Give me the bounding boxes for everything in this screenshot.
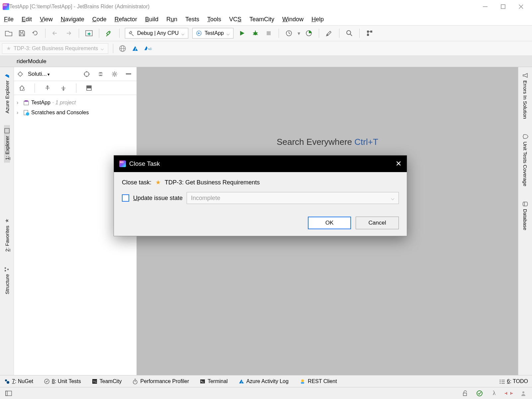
tree-node-scratches[interactable]: › Scratches and Consoles (15, 108, 135, 118)
right-tab-errors[interactable]: Errors In Solution (522, 70, 528, 122)
tree-node-label: TestApp (31, 100, 50, 106)
menu-navigate[interactable]: Navigate (61, 16, 84, 23)
gear-icon[interactable] (110, 69, 119, 79)
expand-all-icon[interactable] (43, 83, 52, 93)
menu-help[interactable]: Help (311, 16, 324, 23)
svg-point-28 (84, 72, 89, 76)
menu-refactor[interactable]: Refactor (115, 16, 137, 23)
menu-vcs[interactable]: VCS (229, 16, 241, 23)
tree-node-project[interactable]: › TestApp · 1 project (15, 98, 135, 108)
update-issue-state-label[interactable]: Update issue state (133, 195, 183, 202)
window-title: TestApp [C:\temp\TestApp] - JetBrains Ri… (9, 4, 482, 10)
svg-rect-18 (370, 31, 372, 33)
globe-icon[interactable] (118, 44, 127, 53)
refresh-icon[interactable] (31, 29, 40, 38)
ok-button[interactable]: OK (308, 217, 351, 229)
dialog-close-icon[interactable]: ✕ (396, 159, 401, 168)
inspections-icon[interactable] (475, 389, 484, 398)
azure-code-icon[interactable]: </> (143, 44, 152, 53)
dialog-title-bar[interactable]: Close Task ✕ (114, 155, 407, 172)
bottom-tab-unittests[interactable]: 8: Unit Tests (44, 378, 81, 384)
project-icon (23, 100, 29, 106)
menu-run[interactable]: Run (166, 16, 177, 23)
menu-view[interactable]: View (40, 16, 53, 23)
bottom-tab-nuget[interactable]: 7: NuGet (4, 378, 33, 384)
menu-code[interactable]: Code (92, 16, 107, 23)
search-icon[interactable] (345, 29, 354, 38)
update-issue-state-checkbox[interactable] (122, 194, 129, 202)
debug-icon[interactable] (251, 29, 260, 38)
menu-window[interactable]: Window (282, 16, 304, 23)
svg-text:</>: </> (148, 47, 152, 51)
build-icon[interactable] (105, 29, 114, 38)
open-icon[interactable] (4, 29, 13, 38)
back-icon[interactable] (51, 29, 60, 38)
cancel-button[interactable]: Cancel (356, 217, 399, 229)
close-task-label: Close task: (122, 179, 151, 186)
home-icon[interactable] (17, 83, 27, 93)
bottom-tab-azurelog[interactable]: Azure Activity Log (238, 378, 289, 384)
collapse-all-icon[interactable] (59, 83, 68, 93)
menu-tests[interactable]: Tests (185, 16, 199, 23)
svg-line-11 (257, 34, 258, 35)
person-icon[interactable] (519, 389, 528, 398)
target-icon[interactable] (82, 69, 91, 79)
issue-state-select[interactable]: Incomplete ⌵ (187, 192, 399, 204)
menu-teamcity[interactable]: TeamCity (249, 16, 274, 23)
profile-icon[interactable] (284, 29, 294, 38)
stop-icon[interactable] (264, 29, 273, 38)
svg-rect-52 (301, 382, 304, 384)
svg-text:TC: TC (93, 380, 97, 383)
app-icon (119, 160, 126, 167)
select-in-icon[interactable] (84, 29, 94, 38)
toolwindows-icon[interactable] (4, 389, 13, 398)
right-tab-coverage[interactable]: Unit Tests Coverage (522, 131, 528, 189)
profile-dropdown-icon[interactable]: ▾ (298, 30, 300, 37)
nuget-icon (4, 378, 10, 384)
collapse-icon[interactable] (96, 69, 105, 79)
bottom-tab-rest[interactable]: REST Client (299, 378, 337, 384)
svg-point-15 (347, 31, 351, 35)
lock-icon[interactable] (460, 389, 470, 398)
coverage-icon[interactable] (304, 29, 313, 38)
settings-icon[interactable] (324, 29, 334, 38)
chevron-down-icon: ⌵ (391, 194, 395, 202)
run-config-combo[interactable]: TestApp ⌵ (192, 28, 233, 39)
left-tab-favorites[interactable]: 2: Favorites ★ (4, 215, 10, 254)
menu-build[interactable]: Build (145, 16, 158, 23)
minimize-button[interactable] (482, 4, 488, 10)
left-tab-explorer[interactable]: 1: Explorer (4, 125, 10, 163)
structure-icon[interactable] (365, 29, 374, 38)
bottom-tab-todo[interactable]: 6: TODO (499, 378, 528, 384)
menu-file[interactable]: File (4, 16, 14, 23)
left-tab-azure[interactable]: Azure Explorer (4, 70, 10, 116)
resistor-icon[interactable] (504, 389, 513, 398)
stopwatch-icon (132, 378, 138, 384)
build-config-combo[interactable]: Debug | Any CPU ⌵ (125, 28, 188, 39)
svg-rect-19 (367, 34, 369, 36)
azure-icon[interactable] (131, 44, 140, 53)
menu-tools[interactable]: Tools (207, 16, 221, 23)
current-task-selector[interactable]: ★ TDP-3: Get Business Requirements ⌵ (2, 43, 108, 54)
bottom-tab-teamcity[interactable]: TCTeamCity (92, 378, 122, 384)
close-button[interactable] (518, 4, 524, 10)
svg-rect-12 (267, 31, 271, 35)
left-tab-structure[interactable]: Structure (4, 263, 10, 297)
menu-edit[interactable]: Edit (22, 16, 32, 23)
app-icon (3, 3, 9, 10)
hide-icon[interactable] (124, 69, 133, 79)
svg-point-55 (499, 381, 500, 382)
breadcrumb-item[interactable]: riderModule (17, 58, 46, 65)
bottom-tab-terminal[interactable]: Terminal (200, 378, 227, 384)
bottom-tab-profiler[interactable]: Performance Profiler (132, 378, 189, 384)
maximize-button[interactable] (500, 4, 506, 10)
issue-state-value: Incomplete (191, 195, 220, 202)
run-icon[interactable] (237, 29, 247, 38)
svg-point-41 (523, 202, 524, 206)
save-icon[interactable] (17, 29, 27, 38)
svg-rect-50 (200, 379, 205, 383)
forward-icon[interactable] (64, 29, 73, 38)
preview-icon[interactable] (84, 83, 94, 93)
lambda-icon[interactable]: λ (489, 389, 499, 398)
right-tab-database[interactable]: Database (522, 198, 528, 233)
